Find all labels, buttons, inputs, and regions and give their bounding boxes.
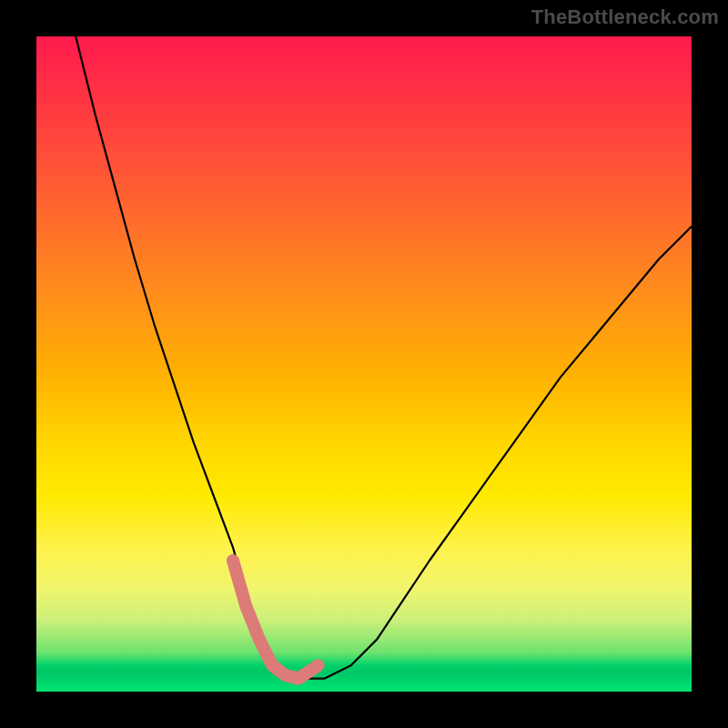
chart-svg xyxy=(36,36,692,692)
bottleneck-curve xyxy=(76,36,692,679)
highlight-segment xyxy=(233,561,318,679)
watermark-text: TheBottleneck.com xyxy=(531,5,719,29)
chart-frame: TheBottleneck.com xyxy=(0,0,728,728)
